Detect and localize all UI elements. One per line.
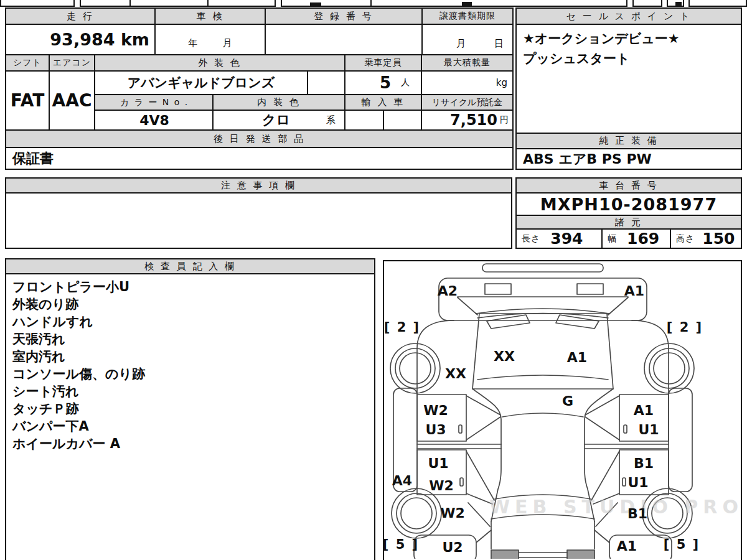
- inspector-line: シート汚れ: [12, 383, 368, 400]
- inspector-line: 室内汚れ: [12, 348, 368, 365]
- cutoff-text-fragment: [462, 2, 472, 6]
- damage-code-rear-door-left-1: U1: [428, 455, 448, 471]
- dimensions-header: 諸 元: [515, 215, 742, 230]
- tire-grade-front-left: [ 2 ]: [384, 320, 420, 335]
- recycle-header: リサイクル預託金: [421, 94, 514, 111]
- dimensions-header-label: 諸 元: [615, 217, 642, 228]
- exterior-color-header-label: 外 装 色: [198, 57, 242, 69]
- mileage-value: 93,984 km: [50, 30, 149, 49]
- damage-code-rear-corner-right: A1: [617, 538, 637, 554]
- later-parts-header-label: 後 日 発 送 部 品: [214, 133, 305, 145]
- aircon-header: エアコン: [49, 54, 95, 72]
- notes-body: [5, 192, 512, 249]
- inspector-line: 天張汚れ: [12, 330, 368, 348]
- watermark: WEB STUDIO PRO: [489, 496, 743, 518]
- capacity-value-cell: 5 人: [344, 70, 422, 95]
- damage-code-front-door-left-2: U3: [425, 422, 446, 437]
- width-cell: 幅 169: [601, 228, 671, 249]
- chassis-header-label: 車 台 番 号: [599, 180, 658, 192]
- damage-code-windshield-left: XX: [494, 348, 515, 364]
- recycle-value-cell: 7,510 円: [421, 110, 514, 131]
- height-label: 高さ: [676, 233, 695, 245]
- damage-code-glass: G: [562, 393, 573, 409]
- cutoff-cell: [632, 0, 662, 7]
- capacity-header: 乗車定員: [344, 54, 422, 72]
- transfer-month-label: 月: [456, 38, 466, 50]
- shaken-value-cell: 年 月: [154, 24, 266, 55]
- import-header: 輸 入 車: [344, 94, 422, 111]
- capacity-header-label: 乗車定員: [365, 57, 402, 68]
- inspector-line: フロントピラー小U: [12, 278, 368, 296]
- color-no-header-label: カ ラ ー N o .: [120, 97, 189, 108]
- interior-color-suffix: 系: [326, 114, 336, 126]
- sales-point-body: ★オークションデビュー★ プッシュスタート: [515, 24, 742, 134]
- import-value-cell-1: [344, 110, 384, 131]
- transfer-day-label: 日: [494, 38, 504, 50]
- aircon-value-cell: AAC: [49, 70, 95, 131]
- genuine-equipment-header: 純 正 装 備: [515, 133, 742, 149]
- length-cell: 長さ 394: [515, 228, 603, 249]
- color-no-value-cell: 4V8: [94, 110, 215, 131]
- damage-code-hood-right: A1: [624, 283, 644, 299]
- genuine-equipment-value-cell: ABS エアB PS PW: [515, 148, 742, 170]
- chassis-value: MXPH10-2081977: [540, 195, 717, 214]
- shaken-month-label: 月: [223, 37, 232, 49]
- cutoff-divider: [370, 0, 372, 7]
- damage-code-rear-door-right-1: B1: [634, 455, 654, 471]
- auction-sheet-page: { "sheet": { "top": { "mileage_label": "…: [0, 0, 747, 560]
- import-value-cell-2: [383, 110, 422, 131]
- mileage-header-label: 走 行: [67, 11, 94, 22]
- damage-code-rear-door-right-2: U1: [627, 475, 648, 490]
- damage-code-rear-door-left-2: W2: [429, 478, 454, 493]
- transfer-deadline-header: 譲渡書類期限: [421, 7, 514, 25]
- registration-header: 登 録 番 号: [265, 7, 423, 25]
- exterior-color-extra-cell: [307, 70, 345, 95]
- tire-grade-rear-right: [ 5 ]: [664, 537, 700, 552]
- sales-point-line-2: プッシュスタート: [523, 49, 735, 68]
- tire-grade-rear-left: [ 5 ]: [383, 537, 419, 552]
- color-no-value: 4V8: [139, 113, 169, 128]
- cutoff-cell: [80, 0, 276, 7]
- height-value: 150: [702, 230, 735, 248]
- transfer-value-cell: 月 日: [421, 24, 514, 55]
- aircon-header-label: エアコン: [53, 57, 91, 68]
- max-load-value-cell: kg: [421, 70, 514, 95]
- inspector-line: コンソール傷、のり跡: [12, 365, 368, 383]
- later-parts-value-cell: 保証書: [5, 147, 514, 170]
- width-label: 幅: [608, 233, 617, 245]
- inspector-line: タッチＰ跡: [12, 400, 368, 418]
- exterior-color-header: 外 装 色: [94, 54, 345, 72]
- cutoff-text-fragment: [675, 2, 682, 6]
- interior-color-header-label: 内 装 色: [257, 96, 301, 108]
- inspector-body: フロントピラー小U 外装のり跡 ハンドルすれ 天張汚れ 室内汚れ コンソール傷、…: [5, 273, 375, 560]
- length-value: 394: [550, 230, 583, 248]
- cutoff-cell: [0, 0, 75, 7]
- import-header-label: 輸 入 車: [362, 96, 405, 108]
- cutoff-cell: [281, 0, 627, 7]
- shaken-year-label: 年: [189, 37, 198, 49]
- sales-point-line-1: ★オークションデビュー★: [523, 29, 735, 49]
- damage-code-front-door-left-1: W2: [423, 403, 448, 418]
- cutoff-divider: [207, 0, 209, 7]
- sales-point-header: セ ー ル ス ポ イ ン ト: [515, 7, 742, 25]
- shift-header-label: シフト: [13, 57, 42, 68]
- genuine-equipment-value: ABS エアB PS PW: [523, 150, 652, 169]
- transfer-header-label: 譲渡書類期限: [439, 11, 496, 22]
- max-load-unit: kg: [496, 77, 507, 88]
- chassis-value-cell: MXPH10-2081977: [515, 192, 742, 216]
- registration-value-cell: [265, 24, 423, 55]
- shaken-header: 車 検: [154, 7, 266, 25]
- genuine-equipment-header-label: 純 正 装 備: [599, 135, 658, 147]
- damage-code-fender-left: XX: [445, 366, 466, 381]
- damage-code-windshield-right: A1: [567, 350, 587, 365]
- height-cell: 高さ 150: [670, 228, 742, 249]
- inspector-line: 外装のり跡: [12, 296, 368, 313]
- damage-code-quarter-left: W2: [440, 505, 465, 521]
- capacity-unit: 人: [401, 77, 410, 88]
- interior-color-header: 内 装 色: [212, 94, 345, 111]
- color-no-header: カ ラ ー N o .: [94, 94, 215, 111]
- registration-header-label: 登 録 番 号: [314, 11, 373, 22]
- damage-code-hood-left: A2: [438, 283, 458, 299]
- recycle-value: 7,510: [450, 111, 497, 129]
- shift-header: シフト: [5, 54, 50, 72]
